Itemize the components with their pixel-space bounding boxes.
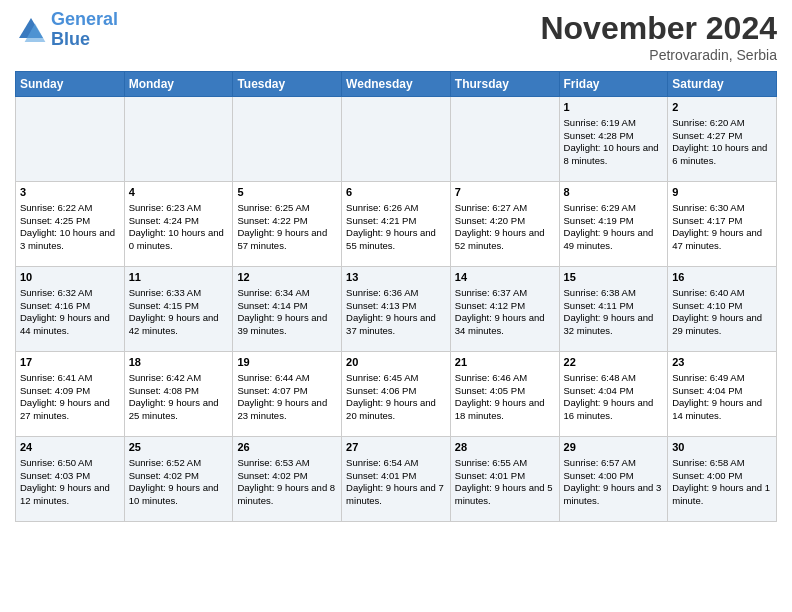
header-cell-friday: Friday	[559, 72, 668, 97]
day-info: Sunset: 4:21 PM	[346, 215, 446, 228]
day-info: Sunrise: 6:55 AM	[455, 457, 555, 470]
day-info: Daylight: 9 hours and 49 minutes.	[564, 227, 664, 253]
day-number: 14	[455, 270, 555, 285]
day-info: Sunset: 4:06 PM	[346, 385, 446, 398]
day-number: 18	[129, 355, 229, 370]
calendar-cell: 5Sunrise: 6:25 AMSunset: 4:22 PMDaylight…	[233, 182, 342, 267]
header-cell-wednesday: Wednesday	[342, 72, 451, 97]
calendar-cell: 27Sunrise: 6:54 AMSunset: 4:01 PMDayligh…	[342, 437, 451, 522]
calendar-cell: 23Sunrise: 6:49 AMSunset: 4:04 PMDayligh…	[668, 352, 777, 437]
day-info: Sunrise: 6:45 AM	[346, 372, 446, 385]
day-info: Sunset: 4:07 PM	[237, 385, 337, 398]
day-number: 9	[672, 185, 772, 200]
day-info: Daylight: 9 hours and 34 minutes.	[455, 312, 555, 338]
day-info: Sunrise: 6:34 AM	[237, 287, 337, 300]
header-row: SundayMondayTuesdayWednesdayThursdayFrid…	[16, 72, 777, 97]
day-info: Sunrise: 6:30 AM	[672, 202, 772, 215]
calendar-cell: 14Sunrise: 6:37 AMSunset: 4:12 PMDayligh…	[450, 267, 559, 352]
day-info: Daylight: 9 hours and 57 minutes.	[237, 227, 337, 253]
day-info: Daylight: 9 hours and 16 minutes.	[564, 397, 664, 423]
day-info: Daylight: 9 hours and 10 minutes.	[129, 482, 229, 508]
day-info: Sunrise: 6:37 AM	[455, 287, 555, 300]
day-info: Sunrise: 6:54 AM	[346, 457, 446, 470]
calendar-cell: 22Sunrise: 6:48 AMSunset: 4:04 PMDayligh…	[559, 352, 668, 437]
day-info: Daylight: 9 hours and 5 minutes.	[455, 482, 555, 508]
day-info: Sunset: 4:14 PM	[237, 300, 337, 313]
day-number: 6	[346, 185, 446, 200]
day-number: 7	[455, 185, 555, 200]
week-row-1: 3Sunrise: 6:22 AMSunset: 4:25 PMDaylight…	[16, 182, 777, 267]
calendar-cell: 4Sunrise: 6:23 AMSunset: 4:24 PMDaylight…	[124, 182, 233, 267]
header-cell-thursday: Thursday	[450, 72, 559, 97]
day-info: Sunrise: 6:53 AM	[237, 457, 337, 470]
logo: General Blue	[15, 10, 118, 50]
day-info: Daylight: 9 hours and 25 minutes.	[129, 397, 229, 423]
day-number: 17	[20, 355, 120, 370]
day-info: Daylight: 9 hours and 14 minutes.	[672, 397, 772, 423]
calendar-cell: 7Sunrise: 6:27 AMSunset: 4:20 PMDaylight…	[450, 182, 559, 267]
day-info: Daylight: 9 hours and 47 minutes.	[672, 227, 772, 253]
calendar-cell: 9Sunrise: 6:30 AMSunset: 4:17 PMDaylight…	[668, 182, 777, 267]
calendar-cell: 26Sunrise: 6:53 AMSunset: 4:02 PMDayligh…	[233, 437, 342, 522]
day-number: 5	[237, 185, 337, 200]
day-info: Sunset: 4:10 PM	[672, 300, 772, 313]
day-info: Sunset: 4:20 PM	[455, 215, 555, 228]
day-number: 19	[237, 355, 337, 370]
calendar-cell: 25Sunrise: 6:52 AMSunset: 4:02 PMDayligh…	[124, 437, 233, 522]
day-info: Sunset: 4:04 PM	[564, 385, 664, 398]
day-info: Sunrise: 6:40 AM	[672, 287, 772, 300]
calendar-cell: 30Sunrise: 6:58 AMSunset: 4:00 PMDayligh…	[668, 437, 777, 522]
day-info: Sunset: 4:24 PM	[129, 215, 229, 228]
day-number: 2	[672, 100, 772, 115]
day-info: Sunset: 4:11 PM	[564, 300, 664, 313]
day-info: Sunset: 4:02 PM	[237, 470, 337, 483]
day-info: Sunrise: 6:29 AM	[564, 202, 664, 215]
day-info: Sunset: 4:12 PM	[455, 300, 555, 313]
day-info: Sunrise: 6:48 AM	[564, 372, 664, 385]
day-info: Sunrise: 6:42 AM	[129, 372, 229, 385]
day-info: Sunrise: 6:57 AM	[564, 457, 664, 470]
calendar-cell: 20Sunrise: 6:45 AMSunset: 4:06 PMDayligh…	[342, 352, 451, 437]
day-number: 26	[237, 440, 337, 455]
day-info: Sunset: 4:01 PM	[455, 470, 555, 483]
day-info: Sunset: 4:00 PM	[564, 470, 664, 483]
header-cell-tuesday: Tuesday	[233, 72, 342, 97]
day-number: 27	[346, 440, 446, 455]
day-info: Sunrise: 6:33 AM	[129, 287, 229, 300]
month-title: November 2024	[540, 10, 777, 47]
logo-line2: Blue	[51, 29, 90, 49]
day-info: Sunset: 4:00 PM	[672, 470, 772, 483]
logo-line1: General	[51, 9, 118, 29]
day-number: 4	[129, 185, 229, 200]
day-number: 16	[672, 270, 772, 285]
day-number: 3	[20, 185, 120, 200]
day-info: Sunset: 4:15 PM	[129, 300, 229, 313]
day-number: 29	[564, 440, 664, 455]
calendar-cell: 28Sunrise: 6:55 AMSunset: 4:01 PMDayligh…	[450, 437, 559, 522]
day-info: Daylight: 9 hours and 7 minutes.	[346, 482, 446, 508]
header-cell-saturday: Saturday	[668, 72, 777, 97]
day-info: Daylight: 10 hours and 8 minutes.	[564, 142, 664, 168]
calendar-cell	[342, 97, 451, 182]
logo-icon	[15, 14, 47, 46]
day-info: Sunset: 4:27 PM	[672, 130, 772, 143]
day-info: Daylight: 9 hours and 44 minutes.	[20, 312, 120, 338]
day-number: 11	[129, 270, 229, 285]
calendar-cell: 11Sunrise: 6:33 AMSunset: 4:15 PMDayligh…	[124, 267, 233, 352]
week-row-4: 24Sunrise: 6:50 AMSunset: 4:03 PMDayligh…	[16, 437, 777, 522]
day-number: 12	[237, 270, 337, 285]
day-info: Sunrise: 6:20 AM	[672, 117, 772, 130]
calendar-cell: 3Sunrise: 6:22 AMSunset: 4:25 PMDaylight…	[16, 182, 125, 267]
calendar-cell: 18Sunrise: 6:42 AMSunset: 4:08 PMDayligh…	[124, 352, 233, 437]
day-info: Sunrise: 6:19 AM	[564, 117, 664, 130]
day-number: 10	[20, 270, 120, 285]
day-info: Sunrise: 6:26 AM	[346, 202, 446, 215]
day-info: Sunrise: 6:23 AM	[129, 202, 229, 215]
calendar-cell: 1Sunrise: 6:19 AMSunset: 4:28 PMDaylight…	[559, 97, 668, 182]
day-info: Sunset: 4:25 PM	[20, 215, 120, 228]
day-number: 22	[564, 355, 664, 370]
calendar-cell	[450, 97, 559, 182]
day-number: 15	[564, 270, 664, 285]
calendar-cell	[124, 97, 233, 182]
day-info: Daylight: 10 hours and 3 minutes.	[20, 227, 120, 253]
